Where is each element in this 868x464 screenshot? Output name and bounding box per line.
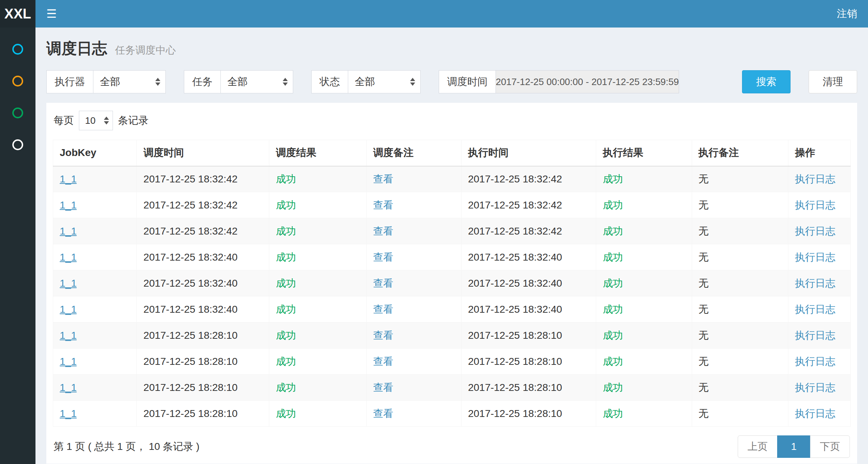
jobkey-link[interactable]: 1_1 xyxy=(60,199,77,211)
jobkey-link[interactable]: 1_1 xyxy=(60,173,77,185)
trigger-msg-link[interactable]: 查看 xyxy=(373,330,393,341)
handle-time: 2017-12-25 18:32:42 xyxy=(461,166,596,192)
handle-msg: 无 xyxy=(692,349,788,375)
sidebar-item-2[interactable] xyxy=(0,65,35,97)
handle-msg: 无 xyxy=(692,192,788,218)
table-row: 1_12017-12-25 18:28:10成功查看2017-12-25 18:… xyxy=(53,401,851,427)
column-header: 调度时间 xyxy=(137,140,269,166)
trigger-msg-link[interactable]: 查看 xyxy=(373,199,393,211)
jobkey-link[interactable]: 1_1 xyxy=(60,356,77,367)
trigger-result: 成功 xyxy=(269,218,367,244)
handle-msg: 无 xyxy=(692,166,788,192)
status-filter-value: 全部 xyxy=(355,75,406,89)
action-link[interactable]: 执行日志 xyxy=(795,173,835,185)
logout-link[interactable]: 注销 xyxy=(837,7,857,21)
trigger-msg-link[interactable]: 查看 xyxy=(373,304,393,315)
circle-outline-icon xyxy=(12,139,23,150)
trigger-time-range-input[interactable]: 2017-12-25 00:00:00 - 2017-12-25 23:59:5… xyxy=(496,70,679,93)
handle-result: 成功 xyxy=(596,375,692,401)
jobkey-link[interactable]: 1_1 xyxy=(60,304,77,315)
next-page-button[interactable]: 下页 xyxy=(810,435,850,458)
job-filter-select[interactable]: 全部 xyxy=(221,70,293,93)
sidebar xyxy=(0,28,35,464)
trigger-result: 成功 xyxy=(269,401,367,427)
select-stepper-icon xyxy=(283,78,288,86)
trigger-msg-link[interactable]: 查看 xyxy=(373,356,393,367)
trigger-time: 2017-12-25 18:32:40 xyxy=(137,296,269,322)
action-link[interactable]: 执行日志 xyxy=(795,356,835,367)
action-link[interactable]: 执行日志 xyxy=(795,330,835,341)
action-link[interactable]: 执行日志 xyxy=(795,225,835,237)
trigger-result: 成功 xyxy=(269,296,367,322)
column-header: 执行结果 xyxy=(596,140,692,166)
handle-time: 2017-12-25 18:28:10 xyxy=(461,401,596,427)
trigger-time: 2017-12-25 18:28:10 xyxy=(137,401,269,427)
trigger-time: 2017-12-25 18:32:40 xyxy=(137,244,269,270)
jobkey-link[interactable]: 1_1 xyxy=(60,408,77,419)
trigger-msg-link[interactable]: 查看 xyxy=(373,278,393,289)
trigger-msg-link[interactable]: 查看 xyxy=(373,382,393,393)
action-link[interactable]: 执行日志 xyxy=(795,408,835,419)
log-table-card: 每页 10 条记录 JobKey调度时间调度结果调度备注执行时间执行结果执行备注… xyxy=(46,103,857,464)
jobkey-link[interactable]: 1_1 xyxy=(60,278,77,289)
sidebar-toggle-button[interactable]: ☰ xyxy=(35,0,68,28)
trigger-time: 2017-12-25 18:32:42 xyxy=(137,218,269,244)
log-table-body: 1_12017-12-25 18:32:42成功查看2017-12-25 18:… xyxy=(53,166,851,427)
action-link[interactable]: 执行日志 xyxy=(795,199,835,211)
action-link[interactable]: 执行日志 xyxy=(795,252,835,263)
executor-filter-select[interactable]: 全部 xyxy=(93,70,166,93)
sidebar-item-1[interactable] xyxy=(0,33,35,65)
prev-page-button[interactable]: 上页 xyxy=(738,435,778,458)
trigger-result: 成功 xyxy=(269,166,367,192)
column-header: 执行时间 xyxy=(461,140,596,166)
jobkey-link[interactable]: 1_1 xyxy=(60,252,77,263)
status-filter-group: 状态 全部 xyxy=(311,70,421,93)
page-size-select[interactable]: 10 xyxy=(79,111,113,130)
action-link[interactable]: 执行日志 xyxy=(795,278,835,289)
trigger-result: 成功 xyxy=(269,349,367,375)
action-link[interactable]: 执行日志 xyxy=(795,304,835,315)
status-filter-select[interactable]: 全部 xyxy=(348,70,421,93)
search-button[interactable]: 搜索 xyxy=(742,70,791,93)
table-row: 1_12017-12-25 18:28:10成功查看2017-12-25 18:… xyxy=(53,349,851,375)
executor-filter-value: 全部 xyxy=(100,75,152,89)
handle-msg: 无 xyxy=(692,244,788,270)
handle-result: 成功 xyxy=(596,349,692,375)
dispatch-log-table: JobKey调度时间调度结果调度备注执行时间执行结果执行备注操作 1_12017… xyxy=(53,140,851,427)
trigger-msg-link[interactable]: 查看 xyxy=(373,173,393,185)
trigger-msg-link[interactable]: 查看 xyxy=(373,225,393,237)
trigger-msg-link[interactable]: 查看 xyxy=(373,408,393,419)
handle-time: 2017-12-25 18:32:40 xyxy=(461,270,596,296)
table-row: 1_12017-12-25 18:32:42成功查看2017-12-25 18:… xyxy=(53,192,851,218)
circle-outline-icon xyxy=(12,107,23,118)
table-row: 1_12017-12-25 18:28:10成功查看2017-12-25 18:… xyxy=(53,322,851,349)
job-filter-label: 任务 xyxy=(184,70,221,93)
trigger-msg-link[interactable]: 查看 xyxy=(373,252,393,263)
table-row: 1_12017-12-25 18:32:42成功查看2017-12-25 18:… xyxy=(53,166,851,192)
hamburger-icon: ☰ xyxy=(46,7,57,21)
action-link[interactable]: 执行日志 xyxy=(795,382,835,393)
trigger-result: 成功 xyxy=(269,192,367,218)
jobkey-link[interactable]: 1_1 xyxy=(60,330,77,341)
page-size-prefix-label: 每页 xyxy=(54,114,74,127)
handle-result: 成功 xyxy=(596,322,692,349)
trigger-time: 2017-12-25 18:28:10 xyxy=(137,375,269,401)
sidebar-item-3[interactable] xyxy=(0,97,35,129)
trigger-result: 成功 xyxy=(269,244,367,270)
current-page-button[interactable]: 1 xyxy=(777,435,810,458)
top-navbar: XXL ☰ 注销 xyxy=(0,0,868,28)
content-header: 调度日志 任务调度中心 xyxy=(35,28,868,59)
clear-button[interactable]: 清理 xyxy=(809,70,857,93)
trigger-time: 2017-12-25 18:32:42 xyxy=(137,166,269,192)
page-subtitle: 任务调度中心 xyxy=(115,45,176,56)
jobkey-link[interactable]: 1_1 xyxy=(60,225,77,237)
column-header: 调度备注 xyxy=(366,140,461,166)
column-header: JobKey xyxy=(53,140,137,166)
app-logo[interactable]: XXL xyxy=(0,0,35,28)
pagination: 上页 1 下页 xyxy=(738,435,850,458)
handle-result: 成功 xyxy=(596,244,692,270)
handle-msg: 无 xyxy=(692,322,788,349)
column-header: 操作 xyxy=(788,140,851,166)
jobkey-link[interactable]: 1_1 xyxy=(60,382,77,393)
sidebar-item-4[interactable] xyxy=(0,129,35,161)
